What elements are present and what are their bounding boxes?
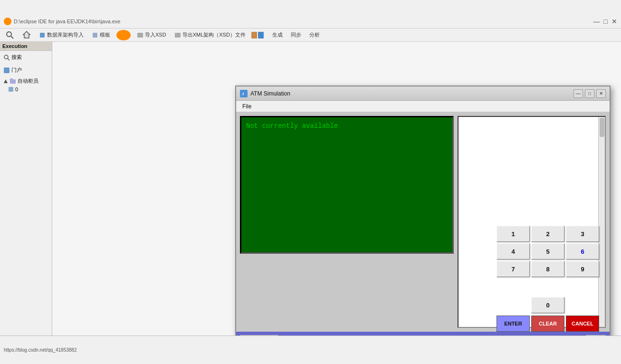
atm-app-icon: J bbox=[240, 90, 248, 97]
svg-rect-3 bbox=[40, 33, 45, 38]
svg-point-0 bbox=[7, 32, 11, 37]
atm-menubar: File bbox=[236, 101, 610, 112]
svg-rect-16 bbox=[9, 87, 13, 92]
nav-search[interactable] bbox=[2, 29, 18, 41]
nav-import-xsd-label: 导入XSD bbox=[145, 31, 166, 38]
atm-keypad: 1 2 3 4 5 6 7 8 9 0 ENTER CLEAR CANCEL bbox=[497, 226, 606, 332]
nav-export-label: 导出XML架构（XSD）文件 bbox=[182, 31, 246, 38]
nav-generate[interactable]: 生成 bbox=[269, 30, 286, 40]
action-buttons: ENTER CLEAR CANCEL bbox=[497, 316, 606, 332]
menu-file[interactable]: File bbox=[239, 102, 255, 111]
left-panel-header: Execution bbox=[0, 42, 52, 51]
nav-export-xml[interactable]: 导出XML架构（XSD）文件 bbox=[171, 30, 249, 40]
tree-item-portal[interactable]: 门户 bbox=[1, 66, 51, 75]
atm-window: J ATM Simulation — □ ✕ File Not currentl… bbox=[235, 86, 611, 352]
svg-line-11 bbox=[8, 58, 10, 60]
address-text: D:\eclipse IDE for java EE\JDK14\bin\jav… bbox=[14, 19, 120, 24]
keypad-btn-5[interactable]: 5 bbox=[531, 243, 564, 259]
svg-rect-14 bbox=[10, 79, 16, 84]
svg-rect-15 bbox=[10, 78, 13, 80]
log-scrollbar-thumb bbox=[600, 118, 604, 137]
svg-rect-4 bbox=[93, 33, 97, 38]
atm-close-btn[interactable]: ✕ bbox=[596, 89, 606, 98]
nav-template[interactable]: 模板 bbox=[88, 30, 114, 40]
svg-rect-8 bbox=[251, 32, 257, 38]
execution-label: Execution bbox=[2, 43, 28, 49]
cancel-button[interactable]: CANCEL bbox=[566, 316, 599, 332]
atm-maximize-btn[interactable]: □ bbox=[585, 89, 594, 98]
atm-minimize-btn[interactable]: — bbox=[573, 89, 583, 98]
svg-rect-9 bbox=[258, 32, 264, 38]
nav-home[interactable] bbox=[19, 29, 34, 41]
atm-folder-label: 自动柜员 bbox=[18, 77, 38, 85]
maximize-btn[interactable]: □ bbox=[604, 18, 608, 25]
atm-window-controls: — □ ✕ bbox=[573, 89, 606, 98]
keypad-grid: 1 2 3 4 5 6 7 8 9 bbox=[497, 226, 606, 295]
svg-rect-6 bbox=[137, 33, 143, 38]
svg-rect-7 bbox=[175, 33, 181, 38]
left-panel: Execution 搜索 门户 自动柜员 0 bbox=[0, 42, 52, 335]
tree-item-search[interactable]: 搜索 bbox=[1, 53, 51, 62]
eclipse-statusbar: https://blog.csdn.net/qq_41853882 bbox=[0, 335, 621, 364]
statusbar-text: https://blog.csdn.net/qq_41853882 bbox=[4, 347, 76, 353]
svg-point-5 bbox=[120, 31, 127, 39]
nav-db-import[interactable]: 数据库架构导入 bbox=[36, 30, 87, 40]
nav-analyze[interactable]: 分析 bbox=[306, 30, 323, 40]
atm-title: ATM Simulation bbox=[250, 90, 573, 97]
import-icon bbox=[116, 30, 131, 40]
tree-item-atm-child[interactable]: 0 bbox=[1, 86, 51, 93]
keypad-btn-3[interactable]: 3 bbox=[566, 226, 599, 242]
svg-text:J: J bbox=[242, 92, 244, 96]
java-icon bbox=[4, 18, 11, 25]
keypad-btn-6[interactable]: 6 bbox=[566, 243, 599, 259]
keypad-btn-8[interactable]: 8 bbox=[531, 261, 564, 277]
icon-spacer bbox=[250, 30, 268, 40]
atm-child-label: 0 bbox=[15, 86, 18, 92]
eclipse-address-bar: D:\eclipse IDE for java EE\JDK14\bin\jav… bbox=[0, 14, 621, 29]
eclipse-nav-toolbar: 数据库架构导入 模板 导入XSD 导出XML架构（XSD）文件 生成 同步 分析 bbox=[0, 29, 621, 42]
svg-rect-12 bbox=[4, 67, 10, 73]
nav-import-xsd[interactable]: 导入XSD bbox=[134, 30, 170, 40]
nav-generate-label: 生成 bbox=[272, 31, 283, 38]
keypad-btn-1[interactable]: 1 bbox=[497, 226, 530, 242]
keypad-btn-7[interactable]: 7 bbox=[497, 261, 530, 277]
keypad-btn-4[interactable]: 4 bbox=[497, 243, 530, 259]
nav-sync[interactable]: 同步 bbox=[287, 30, 305, 40]
svg-marker-2 bbox=[23, 31, 30, 38]
enter-button[interactable]: ENTER bbox=[497, 316, 530, 332]
clear-button[interactable]: CLEAR bbox=[531, 316, 564, 332]
atm-titlebar[interactable]: J ATM Simulation — □ ✕ bbox=[236, 86, 610, 101]
close-btn[interactable]: ✕ bbox=[611, 18, 617, 25]
svg-point-10 bbox=[4, 55, 8, 59]
portal-label: 门户 bbox=[11, 67, 22, 74]
svg-line-1 bbox=[11, 36, 13, 38]
search-label: 搜索 bbox=[11, 54, 22, 61]
nav-sync-label: 同步 bbox=[291, 32, 301, 38]
keypad-btn-0[interactable]: 0 bbox=[531, 297, 564, 313]
atm-screen: Not currently available bbox=[240, 116, 454, 254]
keypad-zero-row: 0 bbox=[497, 297, 606, 313]
nav-template-label: 模板 bbox=[100, 31, 110, 38]
minimize-btn[interactable]: — bbox=[593, 18, 600, 25]
nav-db-label: 数据库架构导入 bbox=[47, 31, 84, 38]
atm-screen-text: Not currently available bbox=[246, 122, 448, 130]
svg-marker-13 bbox=[4, 79, 8, 83]
keypad-btn-2[interactable]: 2 bbox=[531, 226, 564, 242]
tree-item-atm-folder[interactable]: 自动柜员 bbox=[1, 77, 51, 86]
keypad-btn-9[interactable]: 9 bbox=[566, 261, 599, 277]
nav-analyze-label: 分析 bbox=[309, 32, 320, 38]
